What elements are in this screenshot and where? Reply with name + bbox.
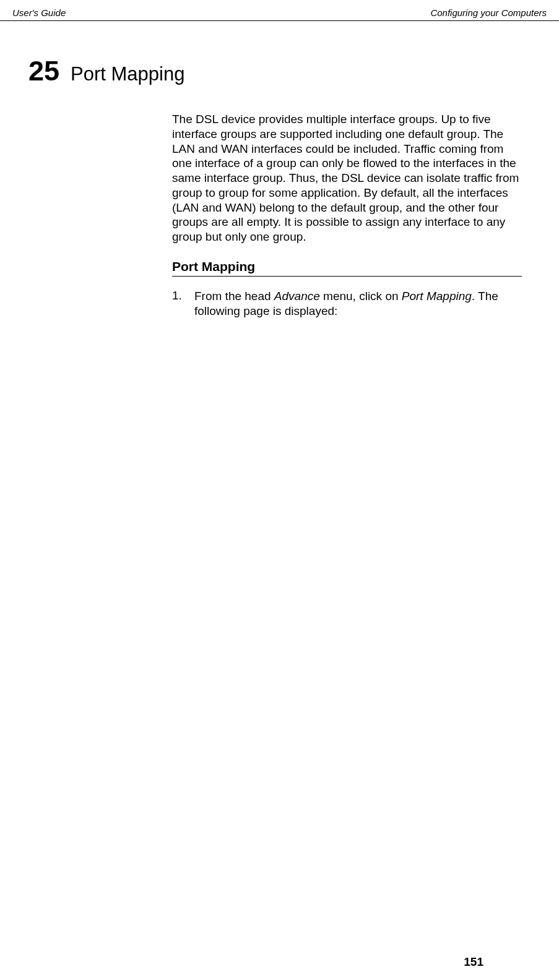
list-number: 1. <box>172 289 194 319</box>
chapter-title-row: 25 Port Mapping <box>0 21 559 87</box>
page-number: 151 <box>464 955 483 969</box>
list-text-part2: menu, click on <box>320 290 402 303</box>
list-text-part1: From the head <box>194 290 274 303</box>
intro-paragraph: The DSL device provides multiple interfa… <box>172 112 522 244</box>
list-text: From the head Advance menu, click on Por… <box>194 289 522 319</box>
chapter-number: 25 <box>28 55 59 87</box>
content-area: The DSL device provides multiple interfa… <box>172 87 522 318</box>
list-italic-1: Advance <box>274 290 320 303</box>
chapter-title: Port Mapping <box>71 63 184 85</box>
section-heading: Port Mapping <box>172 259 522 277</box>
header-right-text: Configuring your Computers <box>430 7 547 18</box>
page-header: User's Guide Configuring your Computers <box>0 0 559 21</box>
header-left-text: User's Guide <box>12 7 66 18</box>
list-italic-2: Port Mapping <box>402 290 472 303</box>
list-item: 1. From the head Advance menu, click on … <box>172 289 522 319</box>
